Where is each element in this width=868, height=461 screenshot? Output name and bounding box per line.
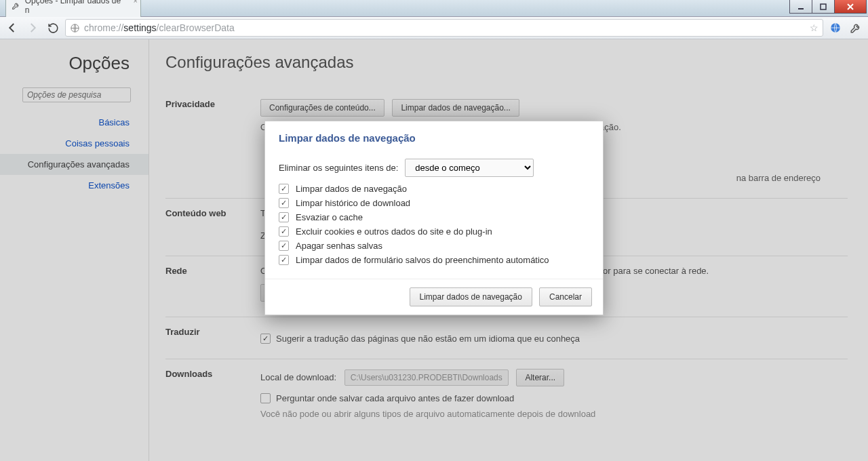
section-label-downloads: Downloads — [165, 369, 260, 419]
browser-tab[interactable]: Opções - Limpar dados de n × — [5, 0, 141, 17]
cb-label-1: Limpar histórico de download — [296, 198, 410, 208]
section-label-privacy: Privacidade — [165, 99, 260, 183]
wrench-menu-button[interactable] — [848, 20, 864, 36]
svg-rect-1 — [821, 4, 826, 9]
url-path: /clearBrowserData — [157, 22, 235, 33]
cb-label-5: Limpar dados de formulário salvos do pre… — [296, 255, 549, 265]
section-downloads: Downloads Local de download: C:\Users\u0… — [165, 359, 848, 434]
eliminate-label: Eliminar os seguintes itens de: — [279, 163, 398, 173]
time-range-select[interactable]: desde o começo — [405, 159, 534, 177]
sidebar-nav: Básicas Coisas pessoais Configurações av… — [0, 112, 149, 196]
cb-passwords[interactable] — [279, 241, 289, 251]
sidebar-title: Opções — [0, 53, 149, 74]
section-label-web-content: Conteúdo web — [165, 208, 260, 241]
url-scheme: chrome:// — [84, 22, 123, 33]
clear-browsing-data-button[interactable]: Limpar dados de navegação... — [392, 99, 519, 117]
address-bar[interactable]: chrome://settings/clearBrowserData ☆ — [65, 19, 823, 37]
cb-label-4: Apagar senhas salvas — [296, 241, 382, 251]
wrench-icon — [12, 1, 21, 10]
window-controls — [789, 0, 867, 14]
section-translate: Traduzir Sugerir a tradução das páginas … — [165, 317, 848, 359]
globe-icon — [70, 23, 80, 33]
section-label-translate: Traduzir — [165, 327, 260, 344]
back-button[interactable] — [4, 20, 20, 36]
translate-checkbox-label: Sugerir a tradução das páginas que não e… — [276, 334, 580, 344]
reload-button[interactable] — [45, 20, 61, 36]
tab-close-icon[interactable]: × — [134, 0, 138, 5]
url-host: settings — [123, 22, 156, 33]
download-partial-text: Você não pode ou abrir alguns tipos de a… — [260, 409, 848, 419]
content-settings-button[interactable]: Configurações de conteúdo... — [260, 99, 384, 117]
bookmark-star-icon[interactable]: ☆ — [810, 22, 818, 33]
window-close-button[interactable] — [834, 0, 867, 14]
section-label-network: Rede — [165, 266, 260, 302]
sidebar-item-extensions[interactable]: Extensões — [0, 175, 149, 196]
cb-cookies[interactable] — [279, 226, 289, 237]
sidebar-item-advanced[interactable]: Configurações avançadas — [0, 154, 149, 175]
dialog-cancel-button[interactable]: Cancelar — [539, 287, 592, 306]
download-ask-label: Perguntar onde salvar cada arquivo antes… — [276, 393, 514, 403]
tab-strip: Opções - Limpar dados de n × — [5, 1, 146, 17]
sidebar-item-basic[interactable]: Básicas — [0, 112, 149, 133]
settings-sidebar: Opções Básicas Coisas pessoais Configura… — [0, 39, 149, 461]
window-titlebar: Opções - Limpar dados de n × — [0, 0, 868, 17]
cb-label-0: Limpar dados de navegação — [296, 184, 407, 194]
clear-data-dialog: Limpar dados de navegação Eliminar os se… — [264, 121, 604, 315]
translate-checkbox[interactable] — [260, 334, 271, 344]
window-minimize-button[interactable] — [789, 0, 812, 14]
page-heading: Configurações avançadas — [165, 53, 848, 72]
browser-toolbar: chrome://settings/clearBrowserData ☆ — [0, 17, 868, 39]
download-location-label: Local de download: — [260, 372, 336, 382]
cb-cache[interactable] — [279, 212, 289, 222]
window-maximize-button[interactable] — [812, 0, 835, 14]
dialog-clear-button[interactable]: Limpar dados de navegação — [410, 287, 532, 306]
cb-label-3: Excluir cookies e outros dados do site e… — [296, 226, 492, 237]
cb-label-2: Esvaziar o cache — [296, 212, 363, 222]
cb-form-data[interactable] — [279, 255, 289, 265]
sidebar-item-personal[interactable]: Coisas pessoais — [0, 133, 149, 154]
download-location-input[interactable]: C:\Users\u031230.PRODEBTI\Downloads — [344, 369, 509, 386]
cb-browsing-history[interactable] — [279, 184, 289, 194]
settings-search-input[interactable] — [22, 87, 131, 102]
cb-download-history[interactable] — [279, 198, 289, 208]
extensions-globe-icon[interactable] — [827, 20, 844, 36]
download-change-button[interactable]: Alterar... — [516, 369, 564, 386]
dialog-title: Limpar dados de navegação — [265, 121, 603, 146]
tab-title: Opções - Limpar dados de n — [25, 0, 125, 15]
forward-button[interactable] — [24, 20, 41, 36]
download-ask-checkbox[interactable] — [260, 393, 271, 403]
